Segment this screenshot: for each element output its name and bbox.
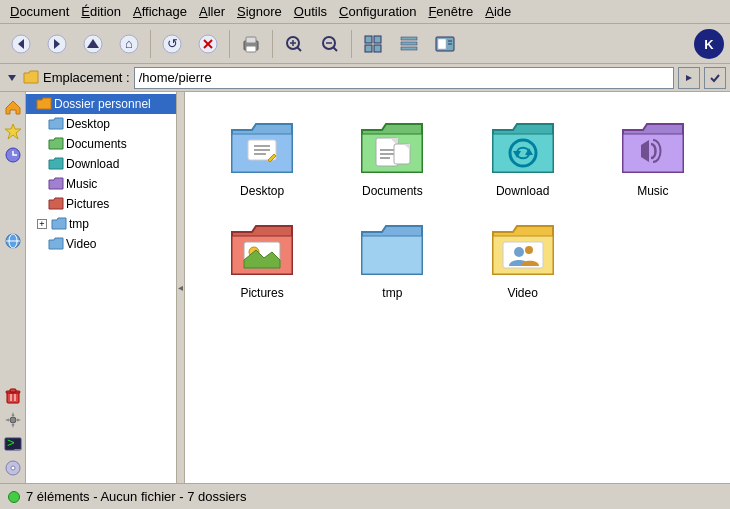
status-indicator — [8, 491, 20, 503]
svg-rect-31 — [438, 39, 446, 49]
svg-line-17 — [298, 47, 302, 51]
tree-item-pictures[interactable]: Pictures — [26, 194, 176, 214]
tree-item-desktop[interactable]: Desktop — [26, 114, 176, 134]
svg-text:⌂: ⌂ — [125, 36, 133, 51]
view-preview-button[interactable] — [428, 27, 462, 61]
side-home-icon[interactable] — [2, 96, 24, 118]
toolbar-sep-4 — [351, 30, 352, 58]
side-star-icon[interactable] — [2, 120, 24, 142]
location-folder-icon — [23, 70, 39, 86]
breadcrumb-arrow[interactable] — [4, 70, 20, 86]
svg-point-52 — [11, 466, 15, 470]
folder-music-icon — [621, 116, 685, 180]
svg-rect-25 — [365, 45, 372, 52]
tree-item-tmp[interactable]: + tmp — [26, 214, 176, 234]
folder-desktop-icon — [230, 116, 294, 180]
toolbar-sep-3 — [272, 30, 273, 58]
main-area: >_ Dossier personnel — [0, 92, 730, 483]
tree-item-dossier-personnel[interactable]: Dossier personnel — [26, 94, 176, 114]
zoom-out-button[interactable] — [313, 27, 347, 61]
file-item-video[interactable]: Video — [462, 210, 584, 304]
toolbar: ⌂ ↺ — [0, 24, 730, 64]
svg-line-21 — [334, 47, 338, 51]
side-recent-icon[interactable] — [2, 144, 24, 166]
toolbar-sep-1 — [150, 30, 151, 58]
file-item-pictures[interactable]: Pictures — [201, 210, 323, 304]
svg-rect-29 — [401, 47, 417, 50]
file-view: Desktop Documents — [185, 92, 730, 483]
zoom-in-button[interactable] — [277, 27, 311, 61]
location-label-text: Emplacement : — [43, 70, 130, 85]
file-label-tmp: tmp — [382, 286, 402, 300]
side-trash-icon[interactable] — [2, 385, 24, 407]
svg-rect-28 — [401, 42, 417, 45]
tree-item-download[interactable]: Download — [26, 154, 176, 174]
reload-button[interactable]: ↺ — [155, 27, 189, 61]
file-item-desktop[interactable]: Desktop — [201, 108, 323, 202]
up-button[interactable] — [76, 27, 110, 61]
tree-item-documents[interactable]: Documents — [26, 134, 176, 154]
folder-pictures-icon — [230, 218, 294, 282]
file-item-download[interactable]: Download — [462, 108, 584, 202]
side-terminal-icon[interactable]: >_ — [2, 433, 24, 455]
toolbar-sep-2 — [229, 30, 230, 58]
svg-point-48 — [10, 417, 16, 423]
kde-logo: K — [692, 27, 726, 61]
side-network-icon[interactable] — [2, 230, 24, 252]
tree-item-music[interactable]: Music — [26, 174, 176, 194]
view-icons-button[interactable] — [356, 27, 390, 61]
tree-item-video[interactable]: Video — [26, 234, 176, 254]
svg-rect-15 — [246, 46, 256, 52]
menubar: Document Édition Affichage Aller Signore… — [0, 0, 730, 24]
status-text: 7 éléments - Aucun fichier - 7 dossiers — [26, 489, 246, 504]
svg-marker-36 — [8, 75, 16, 81]
svg-rect-45 — [10, 389, 16, 392]
menu-fenetre[interactable]: Fenêtre — [422, 2, 479, 21]
menu-edition[interactable]: Édition — [75, 2, 127, 21]
side-icons: >_ — [0, 92, 26, 483]
file-label-documents: Documents — [362, 184, 423, 198]
location-label: Emplacement : — [43, 70, 130, 85]
side-settings-icon[interactable] — [2, 409, 24, 431]
file-label-video: Video — [507, 286, 537, 300]
location-input[interactable] — [134, 67, 674, 89]
location-confirm-button[interactable] — [704, 67, 726, 89]
locationbar: Emplacement : — [0, 64, 730, 92]
menu-outils[interactable]: Outils — [288, 2, 333, 21]
menu-signets[interactable]: Signore — [231, 2, 288, 21]
svg-marker-38 — [5, 124, 21, 139]
menu-configuration[interactable]: Configuration — [333, 2, 422, 21]
back-button[interactable] — [4, 27, 38, 61]
print-button[interactable] — [234, 27, 268, 61]
file-label-music: Music — [637, 184, 668, 198]
svg-rect-27 — [401, 37, 417, 40]
menu-aller[interactable]: Aller — [193, 2, 231, 21]
home-button[interactable]: ⌂ — [112, 27, 146, 61]
svg-text:>_: >_ — [7, 435, 23, 450]
file-item-documents[interactable]: Documents — [331, 108, 453, 202]
svg-text:↺: ↺ — [167, 36, 178, 51]
svg-rect-43 — [7, 392, 19, 403]
svg-rect-69 — [641, 145, 649, 157]
folder-video-icon — [491, 218, 555, 282]
tree-expand-tmp[interactable]: + — [37, 219, 47, 229]
menu-affichage[interactable]: Affichage — [127, 2, 193, 21]
folder-documents-icon — [360, 116, 424, 180]
side-media-icon[interactable] — [2, 457, 24, 479]
file-item-music[interactable]: Music — [592, 108, 714, 202]
svg-marker-37 — [686, 75, 692, 81]
svg-rect-26 — [374, 45, 381, 52]
forward-button[interactable] — [40, 27, 74, 61]
stop-button[interactable] — [191, 27, 225, 61]
svg-point-74 — [514, 247, 524, 257]
file-label-download: Download — [496, 184, 549, 198]
file-label-pictures: Pictures — [240, 286, 283, 300]
svg-rect-24 — [374, 36, 381, 43]
menu-aide[interactable]: Aide — [479, 2, 517, 21]
file-item-tmp[interactable]: tmp — [331, 210, 453, 304]
view-list-button[interactable] — [392, 27, 426, 61]
location-go-button[interactable] — [678, 67, 700, 89]
svg-point-75 — [525, 246, 533, 254]
menu-document[interactable]: Document — [4, 2, 75, 21]
panel-collapse-handle[interactable]: ◂ — [176, 92, 184, 483]
